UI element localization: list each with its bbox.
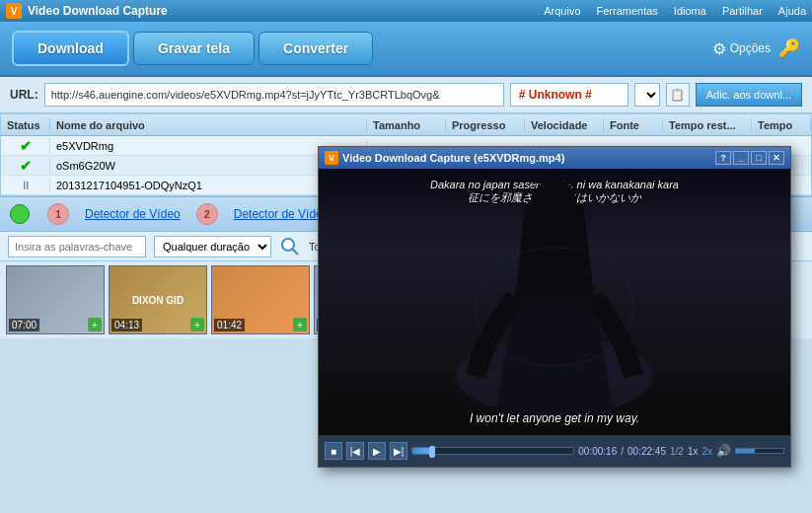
thumbnail-1[interactable]: 07:00 + <box>6 265 105 334</box>
vp-help-button[interactable]: ? <box>715 151 731 165</box>
vp-time-current: 00:00:16 <box>578 446 617 457</box>
menu-ajuda[interactable]: Ajuda <box>778 5 806 17</box>
th-tempo: Tempo <box>752 119 811 131</box>
converter-button[interactable]: Converter <box>258 32 373 65</box>
thumbnail-2[interactable]: DIXON GID 04:13 + <box>109 265 207 334</box>
menu-arquivo[interactable]: Arquivo <box>544 5 580 17</box>
vp-speed-2x[interactable]: 2x <box>701 446 712 457</box>
menu-idioma[interactable]: Idioma <box>674 5 706 17</box>
detector-video-link[interactable]: Detector de Vídeo <box>85 207 181 221</box>
th-tempo-rest: Tempo rest... <box>663 119 752 131</box>
vp-silhouette <box>446 179 663 425</box>
th-fonte: Fonte <box>604 119 663 131</box>
vp-controls: ■ |◀ ▶ ▶| 00:00:16 / 00:22:45 1/2 1x 2x … <box>319 435 790 467</box>
app-title: Video Download Capture <box>28 4 544 18</box>
menu-bar: Arquivo Ferramentas Idioma Partilhar Aju… <box>544 5 806 17</box>
vp-volume-icon: 🔊 <box>716 444 731 458</box>
vp-prev-button[interactable]: |◀ <box>346 442 364 460</box>
th-nome: Nome do arquivo <box>50 119 367 131</box>
vp-title: Video Download Capture (e5XVDRmg.mp4) <box>342 152 711 164</box>
url-input[interactable] <box>44 83 504 107</box>
thumb-add-2[interactable]: + <box>190 318 204 331</box>
detector-badge-1: 1 <box>47 203 69 225</box>
check-icon: ✔ <box>20 138 32 154</box>
vp-next-button[interactable]: ▶| <box>390 442 407 460</box>
vp-window-buttons: ? _ □ ✕ <box>715 151 784 165</box>
detector-badge-2: 2 <box>196 203 218 225</box>
vp-stop-button[interactable]: ■ <box>325 442 342 460</box>
row3-status: ⏸ <box>1 179 50 192</box>
url-label: URL: <box>10 88 38 102</box>
svg-point-3 <box>533 179 576 228</box>
menu-partilhar[interactable]: Partilhar <box>722 5 763 17</box>
thumb-add-1[interactable]: + <box>88 318 102 331</box>
check-icon: ✔ <box>20 158 32 174</box>
search-button[interactable] <box>279 236 301 257</box>
vp-speed-1x[interactable]: 1x <box>688 446 699 457</box>
row2-status: ✔ <box>1 158 50 174</box>
thumb-time-3: 01:42 <box>214 319 245 331</box>
menu-ferramentas[interactable]: Ferramentas <box>597 5 658 17</box>
gear-icon: ⚙ <box>712 39 726 58</box>
vp-fraction: 1/2 <box>670 446 684 457</box>
duration-select[interactable]: Qualquer duração <box>154 236 271 257</box>
th-velocidade: Velocidade <box>525 119 604 131</box>
vp-progress-bar[interactable] <box>411 447 574 455</box>
th-status: Status <box>1 119 50 131</box>
gravar-button[interactable]: Gravar tela <box>133 32 255 65</box>
thumbnail-3[interactable]: 01:42 + <box>211 265 310 334</box>
svg-line-1 <box>292 249 298 255</box>
options-label: Opções <box>730 41 771 55</box>
th-tamanho: Tamanho <box>367 119 446 131</box>
vp-play-button[interactable]: ▶ <box>368 442 386 460</box>
table-header: Status Nome do arquivo Tamanho Progresso… <box>1 114 811 136</box>
search-input[interactable] <box>8 236 146 257</box>
pause-icon: ⏸ <box>20 179 32 192</box>
vp-minimize-button[interactable]: _ <box>733 151 749 165</box>
options-button[interactable]: ⚙ Opções <box>712 39 771 58</box>
url-bar: URL: # Unknown # 📋 Adic. aos downl... <box>0 77 812 113</box>
vp-progress-thumb <box>429 446 435 458</box>
vp-maximize-button[interactable]: □ <box>751 151 767 165</box>
vp-volume-fill <box>736 449 755 453</box>
vp-titlebar: V Video Download Capture (e5XVDRmg.mp4) … <box>319 147 790 169</box>
vp-time-total: 00:22:45 <box>627 446 666 457</box>
vp-subtitle-bottom: I won't let anyone get in my way. <box>319 411 790 425</box>
url-copy-button[interactable]: 📋 <box>666 83 690 107</box>
vp-close-button[interactable]: ✕ <box>769 151 784 165</box>
thumb-time-2: 04:13 <box>111 319 142 331</box>
vp-app-icon: V <box>325 151 338 165</box>
toolbar: Download Gravar tela Converter ⚙ Opções … <box>0 22 812 77</box>
video-player: V Video Download Capture (e5XVDRmg.mp4) … <box>318 146 791 468</box>
vp-time-separator: / <box>621 446 624 457</box>
th-progresso: Progresso <box>446 119 525 131</box>
url-unknown-badge: # Unknown # <box>510 83 628 107</box>
thumb-time-1: 07:00 <box>9 319 39 331</box>
app-icon: V <box>6 3 22 19</box>
add-to-downloads-button[interactable]: Adic. aos downl... <box>696 83 802 107</box>
download-button[interactable]: Download <box>12 31 129 66</box>
key-icon: 🔑 <box>778 37 800 59</box>
detector-status-icon <box>10 204 30 224</box>
row1-status: ✔ <box>1 138 50 154</box>
title-bar: V Video Download Capture Arquivo Ferrame… <box>0 0 812 22</box>
thumb-add-3[interactable]: + <box>293 318 307 331</box>
vp-video-area: Dakara no japan saseru wake ni wa kanaka… <box>319 169 790 435</box>
url-dropdown[interactable] <box>634 83 660 107</box>
vp-volume-bar[interactable] <box>735 448 784 454</box>
